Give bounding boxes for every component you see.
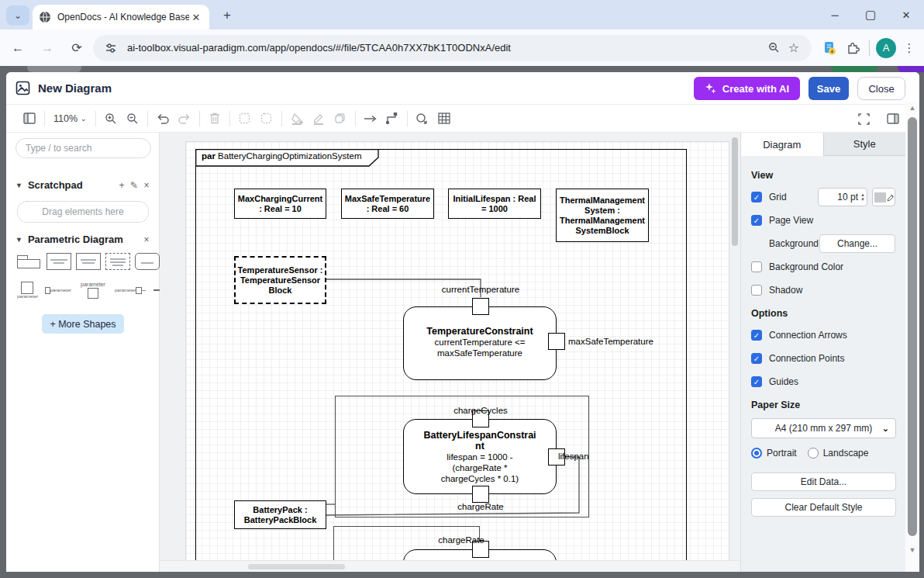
navbar-divider <box>869 40 870 56</box>
scratchpad-edit-icon[interactable]: ✎ <box>128 180 140 191</box>
canvas-horizontal-scrollbar[interactable] <box>160 560 740 572</box>
bookmark-star-icon[interactable]: ☆ <box>784 40 804 55</box>
scratchpad-close-icon[interactable]: × <box>140 180 153 191</box>
shape-constraint-block[interactable] <box>135 253 160 270</box>
port-charge-rate[interactable] <box>472 486 489 503</box>
port-current-temperature[interactable] <box>472 298 489 315</box>
window-maximize-button[interactable]: ▢ <box>853 0 888 29</box>
edit-data-button[interactable]: Edit Data... <box>751 472 896 491</box>
straight-connector-icon[interactable] <box>360 109 381 129</box>
site-settings-icon[interactable] <box>101 43 121 54</box>
value-block-thermal-management[interactable]: ThermalManagementSystem : ThermalManagem… <box>556 189 649 242</box>
window-close-button[interactable]: ✕ <box>888 0 924 29</box>
reading-list-icon[interactable] <box>819 41 840 55</box>
collapse-triangle-icon[interactable]: ▼ <box>16 182 22 189</box>
grid-size-input[interactable]: 10 pt ▲▼ <box>818 188 867 206</box>
search-input[interactable] <box>16 138 151 158</box>
app-vertical-scrollbar[interactable]: ▲ ▼ <box>905 102 919 572</box>
paper-size-select[interactable]: A4 (210 mm x 297 mm) ⌄ <box>751 418 896 438</box>
copy-style-icon[interactable] <box>234 109 256 129</box>
create-with-ai-button[interactable]: Create with AI <box>694 77 800 100</box>
forward-button[interactable]: → <box>36 36 59 60</box>
zoom-indicator-icon[interactable] <box>764 42 784 54</box>
more-shapes-button[interactable]: + More Shapes <box>42 314 124 334</box>
landscape-radio[interactable] <box>808 448 819 459</box>
grid-size-stepper[interactable]: ▲▼ <box>860 192 865 202</box>
portrait-radio[interactable] <box>751 448 762 459</box>
connection-arrows-checkbox[interactable]: ✓ <box>751 330 762 341</box>
url-text[interactable]: ai-toolbox.visual-paradigm.com/app/opend… <box>127 42 764 54</box>
diagram-canvas[interactable]: par BatteryChargingOptimizationSystem Ma… <box>160 133 740 572</box>
shape-parameter-port[interactable]: parameter <box>17 282 37 299</box>
line-color-icon[interactable] <box>308 109 329 129</box>
reload-button[interactable]: ⟳ <box>65 36 88 60</box>
clear-default-style-button[interactable]: Clear Default Style <box>751 498 896 517</box>
background-change-button[interactable]: Change... <box>819 234 895 253</box>
background-color-checkbox[interactable]: ✓ <box>751 261 762 272</box>
page-view-checkbox[interactable]: ✓ <box>751 215 762 226</box>
port-max-safe-temperature[interactable] <box>548 333 565 350</box>
elbow-connector-icon[interactable] <box>381 109 403 129</box>
toggle-left-panel-icon[interactable] <box>19 109 40 129</box>
tab-style[interactable]: Style <box>823 133 906 156</box>
tab-search-button[interactable]: ⌄ <box>6 5 29 26</box>
block-temperature-sensor[interactable]: TemperatureSensor : TemperatureSensorBlo… <box>234 256 326 304</box>
tab-diagram[interactable]: Diagram <box>741 133 823 156</box>
fill-color-icon[interactable] <box>286 109 308 129</box>
new-tab-button[interactable]: + <box>219 7 236 24</box>
paste-style-icon[interactable] <box>256 109 278 129</box>
window-minimize-button[interactable]: ─ <box>817 0 853 29</box>
shadow-checkbox[interactable]: ✓ <box>751 285 762 296</box>
browser-tab[interactable]: OpenDocs - AI Knowledge Base ✕ <box>33 5 209 29</box>
parametric-diagram-header[interactable]: ▼ Parametric Diagram × <box>16 234 153 245</box>
close-button[interactable]: Close <box>857 77 905 100</box>
scroll-down-arrow[interactable]: ▼ <box>905 544 919 556</box>
value-block-initial-lifespan[interactable]: InitialLifespan : Real = 1000 <box>448 189 541 219</box>
tab-close-icon[interactable]: ✕ <box>189 12 203 23</box>
shape-tool-icon[interactable] <box>412 109 433 129</box>
table-icon[interactable] <box>433 109 455 129</box>
shape-block[interactable] <box>76 253 101 270</box>
parametric-close-icon[interactable]: × <box>140 234 153 245</box>
scroll-up-arrow[interactable]: ▲ <box>905 102 919 114</box>
format-copier-icon[interactable] <box>329 109 351 129</box>
canvas-vertical-scrollbar[interactable] <box>731 133 739 560</box>
shape-parameter-square[interactable]: parameter <box>79 282 107 299</box>
guides-checkbox[interactable]: ✓ <box>751 376 762 387</box>
redo-icon[interactable] <box>174 109 195 129</box>
save-button[interactable]: Save <box>808 77 849 100</box>
scratchpad-add-icon[interactable]: + <box>116 180 128 191</box>
connection-points-checkbox[interactable]: ✓ <box>751 353 762 364</box>
shape-value-block[interactable] <box>47 253 71 270</box>
connection-points-label: Connection Points <box>769 353 844 364</box>
shape-dashed-block[interactable] <box>105 253 130 270</box>
scrollbar-thumb[interactable] <box>908 117 917 536</box>
shape-line-port[interactable]: parameter <box>115 287 146 294</box>
delete-icon[interactable] <box>204 109 226 129</box>
constraint-temperature[interactable]: TemperatureConstraint currentTemperature… <box>403 306 557 380</box>
zoom-out-icon[interactable] <box>122 109 143 129</box>
profile-avatar[interactable]: A <box>876 38 896 58</box>
shape-frame[interactable] <box>17 253 42 270</box>
undo-icon[interactable] <box>152 109 174 129</box>
value-block-max-safe-temperature[interactable]: MaxSafeTemperature : Real = 60 <box>341 189 434 219</box>
grid-color-picker[interactable] <box>872 188 895 206</box>
toggle-right-panel-icon[interactable] <box>882 109 904 129</box>
grid-checkbox[interactable]: ✓ <box>751 192 762 202</box>
scratchpad-dropzone[interactable]: Drag elements here <box>17 201 149 223</box>
constraint-battery-lifespan[interactable]: BatteryLifespanConstraint lifespan = 100… <box>403 419 557 494</box>
back-button[interactable]: ← <box>6 36 29 60</box>
extensions-puzzle-icon[interactable] <box>843 41 863 54</box>
fullscreen-icon[interactable] <box>853 109 874 129</box>
shape-port-line[interactable]: parameter <box>45 287 71 294</box>
scratchpad-header[interactable]: ▼ Scratchpad + ✎ × <box>16 179 153 191</box>
zoom-in-icon[interactable] <box>100 109 122 129</box>
diagram-page[interactable]: par BatteryChargingOptimizationSystem Ma… <box>186 142 729 560</box>
browser-menu-icon[interactable]: ⋮ <box>899 41 919 55</box>
url-bar[interactable]: ai-toolbox.visual-paradigm.com/app/opend… <box>93 35 812 61</box>
block-battery-pack[interactable]: BatteryPack : BatteryPackBlock <box>234 500 326 529</box>
value-block-max-charging-current[interactable]: MaxChargingCurrent : Real = 10 <box>234 189 326 219</box>
zoom-level-select[interactable]: 110%⌄ <box>49 113 91 124</box>
collapse-triangle-icon[interactable]: ▼ <box>16 236 22 244</box>
shape-sidebar: ▼ Scratchpad + ✎ × Drag elements here ▼ … <box>6 133 160 572</box>
